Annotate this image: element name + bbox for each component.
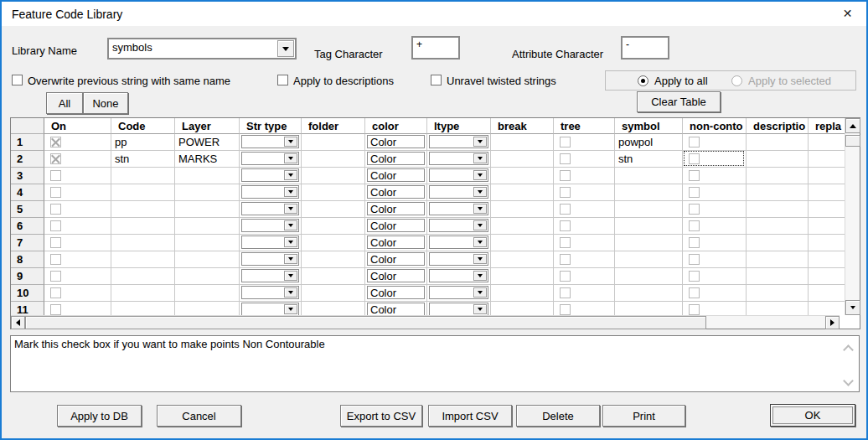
color-combo[interactable]: Color <box>367 303 425 315</box>
column-header-symbol[interactable]: symbol <box>615 118 683 134</box>
cell-nonconto-row1[interactable] <box>683 134 747 151</box>
cell-break-row10[interactable] <box>491 285 554 302</box>
cell-break-row9[interactable] <box>491 268 554 285</box>
ltype-combo[interactable] <box>429 185 488 199</box>
cell-str-row3[interactable] <box>240 168 302 184</box>
str-type-combo[interactable] <box>241 202 299 215</box>
cell-descr-row7[interactable] <box>747 235 809 251</box>
cell-repla-row8[interactable] <box>809 251 845 268</box>
cell-ltype-row7[interactable] <box>427 235 491 251</box>
cell-code-row11[interactable] <box>111 302 175 315</box>
scroll-down-icon[interactable] <box>845 300 860 315</box>
cell-on-row2[interactable] <box>44 151 111 168</box>
scroll-right-icon[interactable] <box>825 316 840 329</box>
tag-character-input[interactable]: + <box>411 36 460 60</box>
library-name-dropdown-button[interactable] <box>277 40 294 57</box>
cell-descr-row9[interactable] <box>747 268 809 285</box>
cell-break-row3[interactable] <box>491 168 554 184</box>
cell-on-row4[interactable] <box>44 184 111 201</box>
cell-nonconto-row3[interactable] <box>683 168 747 184</box>
chevron-down-icon[interactable] <box>284 153 297 163</box>
cell-symbol-row8[interactable] <box>615 251 683 268</box>
print-button[interactable]: Print <box>602 405 685 427</box>
row-header-11[interactable]: 11 <box>11 302 44 315</box>
cell-layer-row10[interactable] <box>175 285 240 302</box>
tree-checkbox[interactable] <box>560 137 571 148</box>
ltype-combo[interactable] <box>429 269 488 282</box>
column-header-Code[interactable]: Code <box>111 118 175 134</box>
tree-checkbox[interactable] <box>560 170 571 181</box>
cell-str-row4[interactable] <box>240 184 302 201</box>
cell-descr-row5[interactable] <box>747 201 809 218</box>
color-combo[interactable]: Color <box>367 168 425 182</box>
cell-layer-row9[interactable] <box>175 268 240 285</box>
on-checkbox[interactable] <box>50 304 61 315</box>
chevron-down-icon[interactable] <box>284 137 297 147</box>
non-contourable-checkbox[interactable] <box>689 137 700 148</box>
cell-symbol-row6[interactable] <box>615 218 683 235</box>
cell-descr-row4[interactable] <box>747 184 809 201</box>
close-icon[interactable]: ✕ <box>829 2 866 26</box>
cell-folder-row4[interactable] <box>302 184 365 201</box>
vertical-scroll-thumb[interactable] <box>845 135 860 147</box>
cell-ltype-row1[interactable] <box>427 134 491 151</box>
all-button[interactable]: All <box>46 92 83 114</box>
cell-layer-row5[interactable] <box>175 201 240 218</box>
str-type-combo[interactable] <box>241 303 299 315</box>
import-csv-button[interactable]: Import CSV <box>428 405 512 427</box>
attribute-character-input[interactable]: - <box>621 36 669 60</box>
chevron-down-icon[interactable] <box>473 304 487 314</box>
cell-layer-row6[interactable] <box>175 218 240 235</box>
cell-descr-row11[interactable] <box>747 302 809 315</box>
cell-break-row2[interactable] <box>491 151 554 168</box>
library-name-combobox[interactable]: symbols <box>107 38 297 60</box>
column-header-non-conto[interactable]: non-conto <box>683 118 747 134</box>
cell-code-row5[interactable] <box>111 201 175 218</box>
chevron-down-icon[interactable] <box>473 204 487 214</box>
cell-layer-row7[interactable] <box>175 235 240 251</box>
cell-break-row4[interactable] <box>491 184 554 201</box>
cell-symbol-row5[interactable] <box>615 201 683 218</box>
tree-checkbox[interactable] <box>560 220 571 231</box>
non-contourable-checkbox[interactable] <box>689 187 700 198</box>
chevron-down-icon[interactable] <box>473 254 487 264</box>
cell-color-row2[interactable]: Color <box>365 151 427 168</box>
column-header-ltype[interactable]: ltype <box>427 118 491 134</box>
on-checkbox[interactable] <box>50 271 61 282</box>
cell-str-row2[interactable] <box>240 151 302 168</box>
cell-symbol-row4[interactable] <box>615 184 683 201</box>
cell-symbol-row3[interactable] <box>615 168 683 184</box>
ltype-combo[interactable] <box>429 202 488 215</box>
cell-on-row9[interactable] <box>44 268 111 285</box>
row-header-1[interactable]: 1 <box>11 134 44 151</box>
row-header-2[interactable]: 2 <box>11 151 44 168</box>
corner-header-cell[interactable] <box>11 118 44 134</box>
cell-str-row7[interactable] <box>240 235 302 251</box>
cell-on-row7[interactable] <box>44 235 111 251</box>
clear-table-button[interactable]: Clear Table <box>637 91 721 112</box>
cell-break-row7[interactable] <box>491 235 554 251</box>
ltype-combo[interactable] <box>429 252 488 266</box>
column-header-break[interactable]: break <box>491 118 554 134</box>
chevron-down-icon[interactable] <box>284 304 297 314</box>
grid-horizontal-scrollbar[interactable] <box>11 315 840 329</box>
str-type-combo[interactable] <box>241 236 299 249</box>
cell-tree-row5[interactable] <box>554 201 615 218</box>
cell-ltype-row8[interactable] <box>427 251 491 268</box>
cell-nonconto-row2[interactable] <box>683 151 747 168</box>
cell-code-row1[interactable]: pp <box>111 134 175 151</box>
cell-tree-row10[interactable] <box>554 285 615 302</box>
cell-on-row3[interactable] <box>44 168 111 184</box>
cell-repla-row2[interactable] <box>809 151 845 168</box>
cell-repla-row3[interactable] <box>809 168 845 184</box>
tree-checkbox[interactable] <box>560 287 571 298</box>
cell-symbol-row9[interactable] <box>615 268 683 285</box>
cell-repla-row1[interactable] <box>809 134 845 151</box>
column-header-color[interactable]: color <box>365 118 427 134</box>
tree-checkbox[interactable] <box>560 271 571 282</box>
cell-tree-row8[interactable] <box>554 251 615 268</box>
tree-checkbox[interactable] <box>560 304 571 315</box>
cell-tree-row9[interactable] <box>554 268 615 285</box>
non-contourable-checkbox[interactable] <box>689 204 700 215</box>
cell-repla-row9[interactable] <box>809 268 845 285</box>
